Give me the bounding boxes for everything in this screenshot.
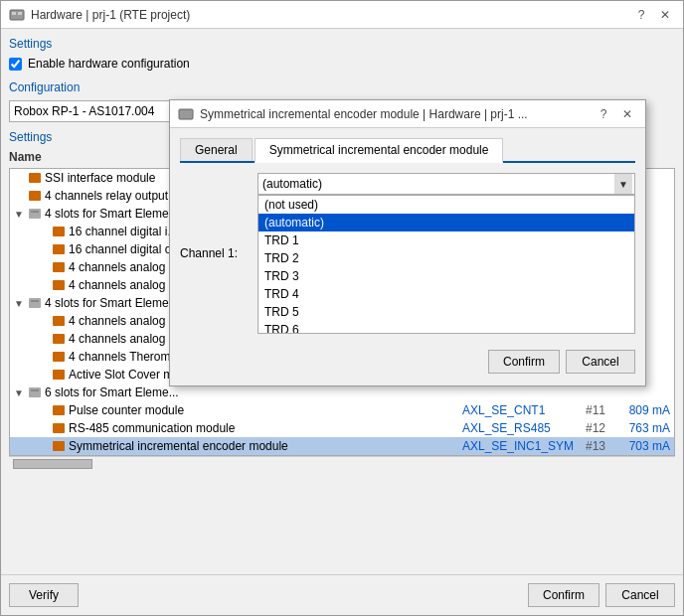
dropdown-arrow[interactable]: ▼ <box>614 174 632 194</box>
verify-button[interactable]: Verify <box>9 583 79 607</box>
svg-rect-21 <box>53 441 65 451</box>
tree-value: 763 mA <box>615 421 670 435</box>
dialog-icon <box>178 106 194 122</box>
dialog-title-left: Symmetrical incremental encoder module |… <box>178 106 528 122</box>
tree-label: RS-485 communication module <box>69 421 456 435</box>
h-scroll-thumb[interactable] <box>13 459 92 469</box>
tree-label: 16 channel digital o... <box>69 242 181 256</box>
tree-label: Symmetrical incremental encoder module <box>69 439 456 453</box>
svg-rect-17 <box>29 387 41 397</box>
main-title-bar: Hardware | prj-1 (RTE project) ? ✕ <box>1 1 683 29</box>
module-icon <box>52 332 66 346</box>
tree-label: 4 channels analog o... <box>69 332 185 346</box>
channel-dropdown-list[interactable]: (not used) (automatic) TRD 1 TRD 2 TRD 3… <box>257 195 635 334</box>
svg-rect-2 <box>18 12 22 15</box>
channel-select-container: (automatic) ▼ (not used) (automatic) TRD… <box>257 173 635 334</box>
module-icon <box>52 439 66 453</box>
module-icon <box>52 260 66 274</box>
tree-label: Active Slot Cover m... <box>69 368 183 382</box>
svg-rect-23 <box>179 109 193 119</box>
module-icon <box>28 189 42 203</box>
module-icon <box>52 225 66 238</box>
svg-rect-7 <box>53 227 65 236</box>
svg-rect-10 <box>53 280 65 290</box>
tree-label: 6 slots for Smart Eleme... <box>45 385 179 399</box>
tree-label: 4 channels analog i... <box>69 278 181 292</box>
tree-label: 4 channels relay output <box>45 189 168 203</box>
dropdown-option[interactable]: TRD 5 <box>258 303 634 321</box>
title-bar-left: Hardware | prj-1 (RTE project) <box>9 7 190 23</box>
tree-label: 16 channel digital i... <box>69 225 177 238</box>
dialog-close-button[interactable]: ✕ <box>617 105 637 123</box>
main-window: Hardware | prj-1 (RTE project) ? ✕ Setti… <box>0 0 684 616</box>
tree-label: 4 channels analog i... <box>69 260 181 274</box>
tree-label: 4 slots for Smart Eleme... <box>45 207 179 221</box>
dropdown-option[interactable]: TRD 6 <box>258 321 634 334</box>
dropdown-option[interactable]: TRD 2 <box>258 249 634 267</box>
tree-tag: AXL_SE_INC1_SYM <box>462 439 582 453</box>
enable-hardware-checkbox[interactable] <box>9 58 22 71</box>
svg-rect-20 <box>53 423 65 433</box>
svg-rect-8 <box>53 244 65 254</box>
dropdown-option[interactable]: (not used) <box>258 196 634 214</box>
tree-num: #11 <box>586 403 615 417</box>
module-icon <box>52 368 66 382</box>
expand-icon[interactable]: ▼ <box>14 298 28 309</box>
dialog-title-bar: Symmetrical incremental encoder module |… <box>170 100 645 128</box>
tab-encoder-module[interactable]: Symmetrical incremental encoder module <box>255 138 504 163</box>
module-icon <box>52 350 66 364</box>
slot-icon <box>28 296 42 310</box>
svg-rect-18 <box>31 389 39 391</box>
svg-rect-11 <box>29 298 41 308</box>
settings-header: Settings <box>9 37 675 51</box>
svg-rect-16 <box>53 370 65 380</box>
module-icon <box>52 278 66 292</box>
main-title: Hardware | prj-1 (RTE project) <box>31 8 190 22</box>
svg-rect-19 <box>53 405 65 415</box>
enable-hardware-row: Enable hardware configuration <box>9 57 675 71</box>
dropdown-option[interactable]: TRD 1 <box>258 231 634 249</box>
dialog-tabs: General Symmetrical incremental encoder … <box>180 138 635 163</box>
tree-item[interactable]: RS-485 communication module AXL_SE_RS485… <box>10 419 674 437</box>
channel-row: Channel 1: (automatic) ▼ (not used) (aut… <box>180 173 635 334</box>
main-cancel-button[interactable]: Cancel <box>605 583 675 607</box>
dropdown-option[interactable]: TRD 3 <box>258 267 634 285</box>
enable-hardware-label: Enable hardware configuration <box>28 57 190 71</box>
dropdown-option-selected[interactable]: (automatic) <box>258 214 634 231</box>
svg-rect-6 <box>31 211 39 213</box>
dialog-cancel-button[interactable]: Cancel <box>566 350 635 374</box>
channel-select-display[interactable]: (automatic) ▼ <box>257 173 635 195</box>
tree-item[interactable]: Pulse counter module AXL_SE_CNT1 #11 809… <box>10 401 674 419</box>
expand-icon[interactable]: ▼ <box>14 387 28 398</box>
svg-rect-5 <box>29 209 41 219</box>
close-button[interactable]: ✕ <box>655 6 675 24</box>
tree-label: SSI interface module <box>45 171 155 185</box>
tree-tag: AXL_SE_CNT1 <box>462 403 582 417</box>
svg-rect-9 <box>53 262 65 272</box>
horizontal-scrollbar[interactable] <box>9 456 675 470</box>
tree-item-selected[interactable]: Symmetrical incremental encoder module A… <box>10 437 674 455</box>
configuration-header: Configuration <box>9 80 675 94</box>
dialog-confirm-button[interactable]: Confirm <box>488 350 560 374</box>
tree-value: 703 mA <box>615 439 670 453</box>
help-button[interactable]: ? <box>631 6 651 24</box>
expand-icon[interactable]: ▼ <box>14 209 28 220</box>
module-icon <box>52 314 66 328</box>
title-bar-controls: ? ✕ <box>631 6 675 24</box>
main-confirm-button[interactable]: Confirm <box>528 583 599 607</box>
module-icon <box>28 171 42 185</box>
tab-general[interactable]: General <box>180 138 253 161</box>
tree-tag: AXL_SE_RS485 <box>462 421 582 435</box>
dropdown-option[interactable]: TRD 4 <box>258 285 634 303</box>
settings-enable-section: Settings Enable hardware configuration <box>9 37 675 71</box>
hardware-icon <box>9 7 25 23</box>
dialog-controls: ? ✕ <box>594 105 637 123</box>
svg-rect-14 <box>53 334 65 344</box>
dialog-help-button[interactable]: ? <box>594 105 613 123</box>
svg-rect-4 <box>29 191 41 201</box>
tree-label: Pulse counter module <box>69 403 456 417</box>
tree-num: #13 <box>586 439 615 453</box>
dialog-footer: Confirm Cancel <box>180 344 635 376</box>
svg-rect-15 <box>53 352 65 362</box>
svg-rect-12 <box>31 300 39 302</box>
